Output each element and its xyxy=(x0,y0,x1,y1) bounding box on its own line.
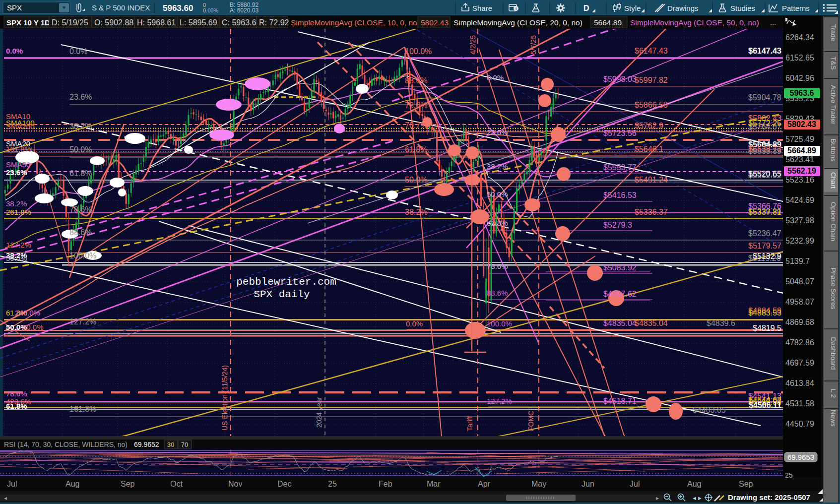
svg-text:SimpleMovingAvg (CLOSE, 10, 0,: SimpleMovingAvg (CLOSE, 10, 0, no) xyxy=(291,18,420,27)
svg-text:$4819.5: $4819.5 xyxy=(753,324,781,332)
svg-text:5664.89: 5664.89 xyxy=(787,146,816,155)
svg-text:5327.98: 5327.98 xyxy=(785,216,814,225)
svg-text:$5772.25: $5772.25 xyxy=(748,119,781,127)
svg-text:Share: Share xyxy=(472,4,492,12)
svg-text:5523.16: 5523.16 xyxy=(785,176,814,184)
svg-text:Nov: Nov xyxy=(228,480,242,488)
svg-text:◄►: ◄► xyxy=(692,495,703,501)
svg-text:261.8%: 261.8% xyxy=(6,208,31,216)
svg-text:4450.79: 4450.79 xyxy=(785,420,814,428)
svg-text:61.8%: 61.8% xyxy=(69,169,92,178)
svg-text:61.8%: 61.8% xyxy=(405,145,427,154)
svg-text:100.0%: 100.0% xyxy=(487,319,512,328)
svg-text:Dashboard: Dashboard xyxy=(830,337,837,370)
svg-text:$4967.62: $4967.62 xyxy=(603,290,637,298)
svg-text:30: 30 xyxy=(167,441,174,448)
svg-text:$5638.73: $5638.73 xyxy=(748,145,781,153)
svg-text:$4518.71: $4518.71 xyxy=(603,397,637,405)
svg-text:78.6%: 78.6% xyxy=(6,389,27,398)
svg-text:25: 25 xyxy=(785,471,793,479)
svg-text:Chart: Chart xyxy=(830,172,837,189)
svg-text:Mar: Mar xyxy=(427,480,441,488)
svg-text:127.2%: 127.2% xyxy=(487,397,512,405)
svg-text:$5998.03: $5998.03 xyxy=(603,75,637,83)
svg-text:50.0%: 50.0% xyxy=(487,190,508,198)
svg-text:T&S: T&S xyxy=(830,57,837,69)
svg-text:0.0%: 0.0% xyxy=(406,319,423,328)
svg-text:C: 5963.6: C: 5963.6 xyxy=(222,18,256,27)
svg-text:$5904.78: $5904.78 xyxy=(748,93,781,102)
svg-text:23.6%: 23.6% xyxy=(6,168,27,177)
svg-text:38.2%: 38.2% xyxy=(6,199,27,208)
svg-text:5963.60: 5963.60 xyxy=(163,3,193,13)
svg-text:Jun: Jun xyxy=(582,480,594,488)
svg-text:Feb: Feb xyxy=(379,480,392,488)
svg-text:$4835.04: $4835.04 xyxy=(635,319,668,327)
svg-text:5424.69: 5424.69 xyxy=(785,196,814,204)
svg-text:H: 5968.61: H: 5968.61 xyxy=(137,18,176,27)
svg-text:R: 72.92: R: 72.92 xyxy=(259,18,289,27)
svg-text:Drawings: Drawings xyxy=(667,4,699,12)
svg-text:Jul: Jul xyxy=(630,480,640,488)
svg-text:pebblewriter.com: pebblewriter.com xyxy=(236,276,336,288)
svg-text:$5866.58: $5866.58 xyxy=(635,101,668,109)
svg-text:4531.58: 4531.58 xyxy=(785,399,814,408)
svg-text:$4506.11: $4506.11 xyxy=(749,401,781,409)
svg-text:RSI (14, 70, 30, CLOSE, WILDER: RSI (14, 70, 30, CLOSE, WILDERS, no) xyxy=(4,441,128,448)
svg-text:$4839.6: $4839.6 xyxy=(707,319,735,327)
svg-text:Tariff: Tariff xyxy=(466,416,474,431)
svg-text:S & P 500 INDEX: S & P 500 INDEX xyxy=(92,3,150,12)
svg-text:$5553.77: $5553.77 xyxy=(603,163,637,172)
svg-text:Option Chain: Option Chain xyxy=(830,202,837,241)
svg-text:161.8%: 161.8% xyxy=(69,405,96,413)
svg-text:127.2%: 127.2% xyxy=(69,317,96,326)
svg-text:0.00%: 0.00% xyxy=(203,7,218,13)
svg-text:May: May xyxy=(531,480,546,488)
svg-text:$5132.9: $5132.9 xyxy=(753,252,781,260)
svg-text:50.0%: 50.0% xyxy=(405,176,427,184)
svg-text:$5279.3: $5279.3 xyxy=(603,221,632,229)
svg-text:Aug: Aug xyxy=(65,480,79,488)
svg-text:61.8%: 61.8% xyxy=(6,402,27,410)
svg-text:161.8%: 161.8% xyxy=(6,145,31,153)
svg-text:$5416.53: $5416.53 xyxy=(603,191,637,199)
svg-text:$5646.1: $5646.1 xyxy=(635,145,663,153)
svg-text:L: 5895.69: L: 5895.69 xyxy=(180,18,217,27)
svg-text:5664.89: 5664.89 xyxy=(594,18,622,27)
svg-text:Drawing set: 2025-0507: Drawing set: 2025-0507 xyxy=(728,493,810,502)
svg-text:◂: ◂ xyxy=(4,495,7,502)
svg-text:Jul: Jul xyxy=(7,480,17,488)
svg-text:Aug: Aug xyxy=(687,480,701,488)
svg-text:70.7%: 70.7% xyxy=(405,121,427,129)
svg-text:Sep: Sep xyxy=(121,480,135,488)
svg-text:61.8%: 61.8% xyxy=(487,219,508,227)
svg-text:$5491.24: $5491.24 xyxy=(635,176,668,184)
svg-text:$5997.82: $5997.82 xyxy=(635,76,668,84)
svg-text:SMA200: SMA200 xyxy=(6,122,35,130)
svg-text:$5236.47: $5236.47 xyxy=(748,229,781,238)
svg-text:5048.07: 5048.07 xyxy=(785,277,814,286)
svg-text:100.0%: 100.0% xyxy=(405,47,432,56)
svg-text:50.0%: 50.0% xyxy=(6,254,27,262)
svg-text:$5762.9: $5762.9 xyxy=(635,122,663,130)
svg-text:Oct: Oct xyxy=(170,480,183,488)
svg-text:0.0%: 0.0% xyxy=(487,73,504,82)
svg-text:78.6%: 78.6% xyxy=(69,205,92,214)
svg-text:▸: ▸ xyxy=(656,495,659,502)
svg-text:News: News xyxy=(830,410,837,427)
svg-text:$5336.37: $5336.37 xyxy=(635,208,668,216)
svg-text:4782.86: 4782.86 xyxy=(785,338,814,347)
svg-text:0.0%: 0.0% xyxy=(69,47,87,56)
svg-text:FOMC: FOMC xyxy=(527,411,535,431)
svg-text:100.0%: 100.0% xyxy=(69,252,96,260)
svg-text:6042.96: 6042.96 xyxy=(785,74,814,82)
svg-text:69.9653: 69.9653 xyxy=(787,453,814,461)
svg-text:SimpleMovingAvg (CLOSE, 50, 0,: SimpleMovingAvg (CLOSE, 50, 0, no) xyxy=(630,18,759,27)
svg-text:4613.84: 4613.84 xyxy=(785,379,814,387)
svg-text:5802.43: 5802.43 xyxy=(421,18,449,27)
svg-text:Active Trader: Active Trader xyxy=(830,85,837,125)
svg-text:D: D xyxy=(583,4,589,12)
svg-text:Style: Style xyxy=(624,4,641,12)
svg-text:88.6%: 88.6% xyxy=(405,76,427,85)
svg-text:L 2: L 2 xyxy=(830,389,837,398)
